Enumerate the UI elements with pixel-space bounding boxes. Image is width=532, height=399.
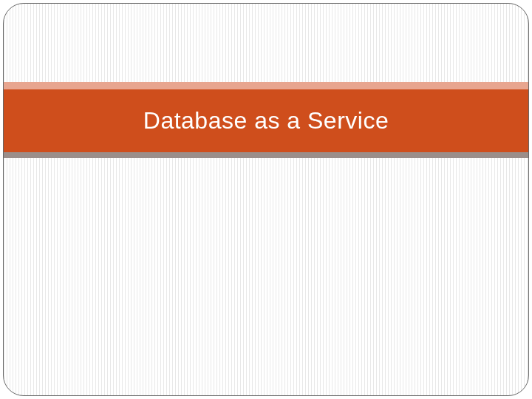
bottom-accent-bar <box>4 152 528 158</box>
title-bar: Database as a Service <box>4 89 528 152</box>
top-accent-bar <box>4 82 528 89</box>
slide-frame: Database as a Service <box>3 3 529 396</box>
slide-title: Database as a Service <box>143 107 389 134</box>
